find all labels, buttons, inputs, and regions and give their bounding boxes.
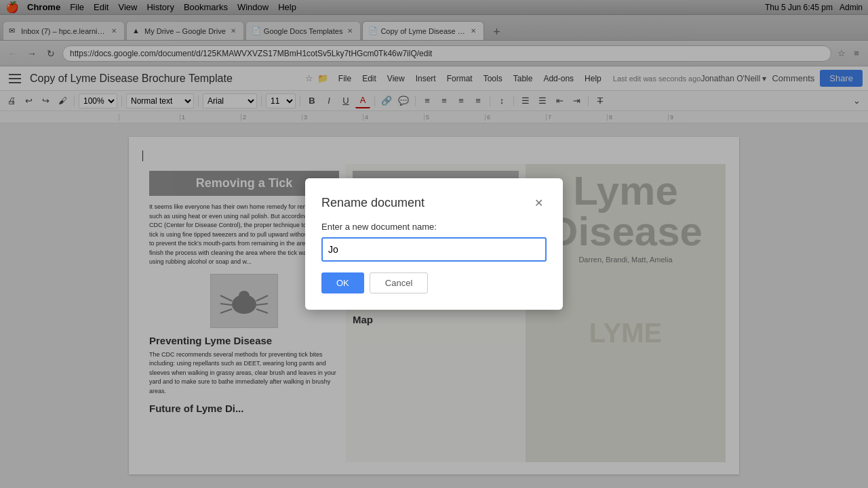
modal-overlay[interactable]: Rename document ✕ Enter a new document n… (0, 0, 868, 488)
rename-dialog: Rename document ✕ Enter a new document n… (305, 178, 563, 310)
cancel-button[interactable]: Cancel (370, 272, 428, 293)
modal-label: Enter a new document name: (321, 222, 547, 232)
modal-close-button[interactable]: ✕ (530, 195, 547, 211)
modal-actions: OK Cancel (321, 272, 547, 293)
modal-title: Rename document (321, 196, 425, 210)
ok-button[interactable]: OK (321, 272, 364, 293)
rename-input[interactable] (321, 237, 547, 262)
modal-header: Rename document ✕ (321, 195, 547, 211)
